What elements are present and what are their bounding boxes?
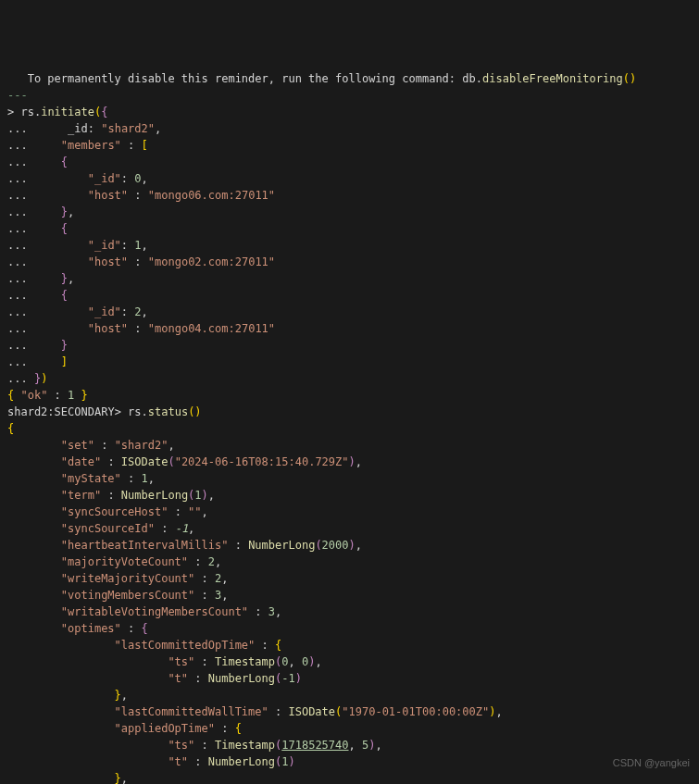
terminal-output: To permanently disable this reminder, ru… — [7, 70, 692, 784]
reminder-text: To permanently disable this reminder, ru… — [7, 72, 449, 85]
watermark: CSDN @yangkei — [613, 755, 690, 771]
divider: --- — [7, 89, 28, 102]
shell-prompt: shard2 — [7, 405, 47, 418]
